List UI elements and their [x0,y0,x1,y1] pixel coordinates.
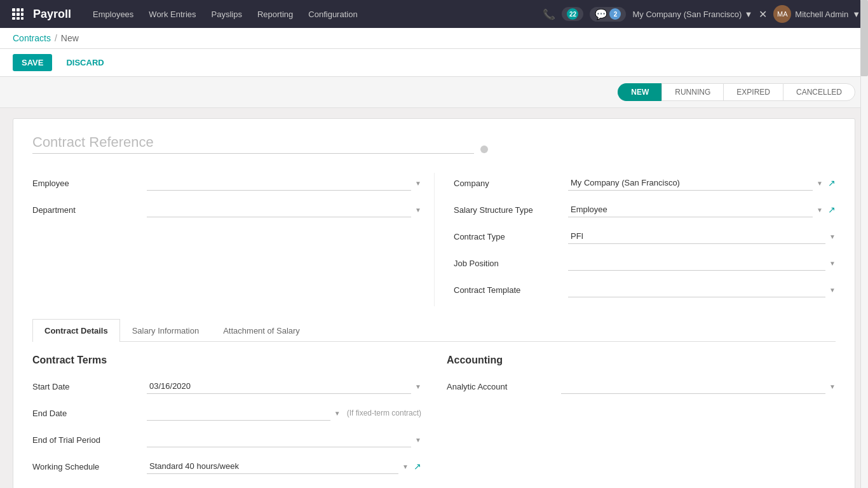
job-position-label: Job Position [454,259,568,268]
nav-configuration[interactable]: Configuration [302,7,363,22]
message-count: 2 [609,8,621,20]
breadcrumb-separator: / [55,33,57,43]
status-running[interactable]: RUNNING [661,83,723,101]
company-row: Company ▼ ↗ [454,173,836,193]
breadcrumb-parent[interactable]: Contracts [13,33,51,43]
contract-template-row: Contract Template ▼ [454,280,836,300]
hr-responsible-input[interactable] [147,485,411,488]
message-badge[interactable]: 💬 2 [590,7,626,22]
trial-period-row: End of Trial Period ▼ [32,430,421,450]
company-input[interactable] [568,175,813,191]
user-name: Mitchell Admin [795,10,848,19]
analytic-account-label: Analytic Account [447,382,561,391]
start-date-input[interactable] [147,379,411,394]
end-date-input[interactable] [147,405,330,421]
breadcrumb-current: New [61,33,79,43]
activity-badge[interactable]: 22 [562,7,583,21]
scrollbar-thumb[interactable] [860,0,868,76]
tab-attachment-of-salary[interactable]: Attachment of Salary [211,319,312,342]
job-position-input[interactable] [568,255,825,271]
nav-payslips[interactable]: Payslips [205,7,248,22]
salary-structure-label: Salary Structure Type [454,205,568,215]
svg-rect-3 [12,13,15,16]
discard-button[interactable]: DISCARD [57,54,112,71]
working-schedule-external-link[interactable]: ↗ [414,461,421,471]
svg-rect-7 [17,17,20,20]
nav-work-entries[interactable]: Work Entries [142,7,202,22]
analytic-account-field: ▼ [561,379,836,394]
department-field: ▼ [147,202,421,217]
accounting-section: Accounting Analytic Account ▼ [447,355,836,488]
contract-type-field: ▼ [568,229,836,244]
nav-reporting[interactable]: Reporting [251,7,299,22]
close-icon[interactable]: ✕ [759,8,767,20]
user-menu[interactable]: MA Mitchell Admin ▼ [773,5,860,23]
avatar: MA [773,5,791,23]
svg-rect-8 [21,17,24,20]
salary-structure-external-link[interactable]: ↗ [828,205,836,215]
svg-rect-4 [17,13,20,16]
salary-structure-input[interactable] [568,202,813,217]
company-label: Company [454,179,568,188]
job-position-field: ▼ [568,255,836,271]
main-content: Employee ▼ Department ▼ Comp [0,108,868,488]
department-label: Department [32,205,147,215]
company-external-link[interactable]: ↗ [828,178,836,188]
scrollbar-track [860,0,868,488]
tab-contract-details[interactable]: Contract Details [32,319,120,342]
user-dropdown-icon: ▼ [852,10,860,19]
top-nav: Payroll Employees Work Entries Payslips … [0,0,868,28]
action-bar: SAVE DISCARD [0,49,868,77]
contract-template-input[interactable] [568,282,825,297]
apps-icon[interactable] [8,4,28,24]
contract-reference-input[interactable] [32,132,474,154]
app-brand[interactable]: Payroll [33,8,71,21]
salary-structure-dropdown-icon[interactable]: ▼ [817,207,823,214]
contract-template-dropdown-icon[interactable]: ▼ [829,287,836,294]
working-schedule-label: Working Schedule [32,462,147,471]
company-name: My Company (San Francisco) [632,10,742,19]
nav-links: Employees Work Entries Payslips Reportin… [86,7,543,22]
start-date-calendar-icon[interactable]: ▼ [415,383,421,390]
end-date-row: End Date ▼ (If fixed-term contract) [32,403,421,423]
trial-period-field: ▼ [147,432,421,447]
form-fields: Employee ▼ Department ▼ Comp [32,173,836,306]
end-date-hint: (If fixed-term contract) [347,409,421,417]
trial-period-dropdown-icon[interactable]: ▼ [415,437,421,444]
tab-content-contract-details: Contract Terms Start Date ▼ End Date ▼ (… [32,342,836,488]
contract-template-field: ▼ [568,282,836,297]
status-new[interactable]: NEW [618,83,661,101]
nav-employees[interactable]: Employees [86,7,140,22]
analytic-account-input[interactable] [561,379,825,394]
company-dropdown-icon[interactable]: ▼ [817,180,823,187]
employee-input[interactable] [147,175,411,191]
contract-type-input[interactable] [568,229,825,244]
start-date-row: Start Date ▼ [32,376,421,396]
end-date-calendar-icon[interactable]: ▼ [334,410,341,417]
status-cancelled[interactable]: CANCELLED [783,83,855,101]
analytic-account-row: Analytic Account ▼ [447,376,836,396]
save-button[interactable]: SAVE [13,54,52,71]
activity-count: 22 [567,8,578,20]
form-card: Employee ▼ Department ▼ Comp [13,118,855,488]
tab-salary-information[interactable]: Salary Information [120,319,212,342]
company-selector[interactable]: My Company (San Francisco) ▼ [632,10,752,19]
status-expired[interactable]: EXPIRED [723,83,783,101]
department-input[interactable] [147,202,411,217]
end-date-field: ▼ (If fixed-term contract) [147,405,421,421]
employee-dropdown-icon[interactable]: ▼ [415,180,421,187]
working-schedule-dropdown-icon[interactable]: ▼ [402,463,409,470]
salary-structure-row: Salary Structure Type ▼ ↗ [454,200,836,220]
tabs-bar: Contract Details Salary Information Atta… [32,319,836,342]
accounting-title: Accounting [447,355,836,366]
trial-period-label: End of Trial Period [32,435,147,445]
job-position-dropdown-icon[interactable]: ▼ [829,260,836,267]
phone-icon[interactable]: 📞 [543,8,555,20]
svg-rect-0 [12,8,15,11]
analytic-account-dropdown-icon[interactable]: ▼ [829,383,836,390]
trial-period-input[interactable] [147,432,411,447]
department-dropdown-icon[interactable]: ▼ [415,207,421,214]
working-schedule-input[interactable] [147,459,398,474]
contract-type-dropdown-icon[interactable]: ▼ [829,233,836,240]
svg-rect-1 [17,8,20,11]
